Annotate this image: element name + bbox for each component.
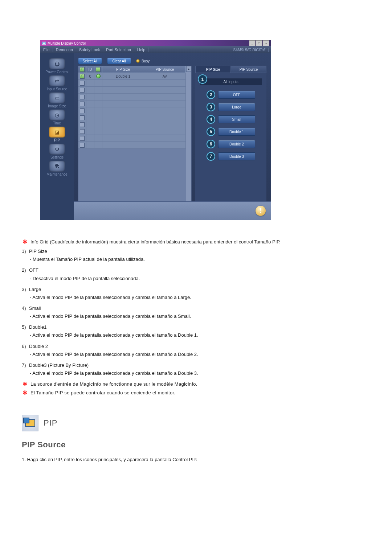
list-desc: - Activa el modo PIP de la pantalla sele… — [30, 313, 370, 320]
app-window: Multiple Display Control _ □ × File Remo… — [40, 40, 271, 220]
list-title: Large — [29, 287, 41, 292]
row-id: 0 — [86, 73, 94, 80]
option-double3[interactable]: Double 3 — [218, 152, 255, 160]
table-row[interactable] — [78, 100, 186, 107]
row-checkbox[interactable] — [80, 129, 85, 134]
sidebar-item-maintenance[interactable]: 🛠Maintenance — [42, 161, 72, 176]
sidebar-item-input-source[interactable]: ⇄Input Source — [42, 75, 72, 91]
option-large[interactable]: Large — [218, 103, 255, 111]
maintenance-icon: 🛠 — [49, 161, 65, 172]
option-small[interactable]: Small — [218, 115, 255, 123]
sidebar-item-image-size[interactable]: ▭Image Size — [42, 93, 72, 108]
select-all-button[interactable]: Select All — [78, 58, 102, 64]
row-checkbox[interactable] — [80, 122, 85, 127]
window-title: Multiple Display Control — [48, 41, 86, 45]
col-pip-size[interactable]: PIP Size — [102, 66, 144, 73]
row-checkbox[interactable] — [80, 108, 85, 113]
list-num: 3) — [22, 286, 29, 293]
clear-all-button[interactable]: Clear All — [107, 58, 131, 64]
sidebar-item-settings[interactable]: ⚙Settings — [42, 144, 72, 159]
list-title: Double 2 — [29, 344, 48, 349]
grid-scrollbar[interactable]: ▲ ▼ — [186, 66, 191, 215]
list-num: 1) — [22, 248, 29, 255]
row-checkbox[interactable] — [80, 95, 85, 99]
menu-bar: File Remocon Safety Lock Port Selection … — [40, 46, 271, 53]
row-checkbox[interactable] — [80, 102, 85, 106]
menu-file[interactable]: File — [40, 48, 53, 52]
busy-label: Busy — [142, 59, 150, 63]
table-row[interactable]: 0 Double 1 AV — [78, 73, 186, 80]
option-off[interactable]: OFF — [218, 91, 255, 99]
list-title: Double1 — [29, 324, 46, 330]
row-checkbox[interactable] — [80, 74, 85, 79]
scroll-track[interactable] — [186, 72, 191, 209]
panel-subtitle: All Inputs — [200, 78, 262, 85]
tab-pip-source[interactable]: PIP Source — [231, 66, 266, 73]
col-check[interactable] — [78, 66, 86, 73]
row-checkbox[interactable] — [80, 115, 85, 120]
callout-marker: 4 — [207, 115, 215, 124]
step-text: 1. Haga clic en PIP, entre los iconos pr… — [22, 456, 370, 463]
list-title: OFF — [29, 267, 38, 273]
info-grid: ID PIP Size PIP Source 0 Double 1 AV — [78, 66, 192, 216]
row-checkbox[interactable] — [80, 143, 85, 148]
sidebar-item-power-control[interactable]: ⏻Power Control — [42, 58, 72, 74]
menu-port-selection[interactable]: Port Selection — [103, 48, 134, 52]
row-checkbox[interactable] — [80, 136, 85, 141]
sidebar-item-label: Settings — [50, 155, 64, 159]
sidebar-item-label: Image Size — [48, 104, 66, 108]
menu-help[interactable]: Help — [134, 48, 149, 52]
row-checkbox[interactable] — [80, 81, 85, 86]
image-size-icon: ▭ — [49, 93, 65, 103]
table-row[interactable] — [78, 142, 186, 149]
table-row[interactable] — [78, 135, 186, 142]
list-desc: - Activa el modo PIP de la pantalla sele… — [30, 351, 370, 358]
table-row[interactable] — [78, 121, 186, 128]
sidebar-item-label: Time — [53, 121, 61, 125]
col-pip-source[interactable]: PIP Source — [144, 66, 186, 73]
maximize-button[interactable]: □ — [256, 40, 262, 46]
input-icon: ⇄ — [49, 75, 65, 86]
grid-header-row: ID PIP Size PIP Source — [78, 66, 186, 73]
list-num: 5) — [22, 324, 29, 331]
status-header-icon — [96, 67, 101, 72]
list-desc: - Activa el modo PIP de la pantalla sele… — [30, 332, 370, 339]
check-all-icon[interactable] — [80, 67, 85, 72]
table-row[interactable] — [78, 128, 186, 135]
sidebar-item-time[interactable]: ◷Time — [42, 110, 72, 125]
sidebar-item-pip[interactable]: ◪PIP — [42, 127, 72, 142]
note-text: El Tamaño PIP se puede controlar cuando … — [30, 389, 175, 397]
table-row[interactable] — [78, 94, 186, 100]
menu-remocon[interactable]: Remocon — [53, 48, 76, 52]
list-desc: - Activa el modo PIP de la pantalla sele… — [30, 370, 370, 377]
list-title: Double3 (Picture By Picture) — [29, 362, 89, 368]
scroll-up-button[interactable]: ▲ — [186, 66, 191, 72]
row-pip-size: Double 1 — [102, 73, 144, 80]
callout-marker: 3 — [207, 103, 215, 111]
tip-icon: ! — [256, 206, 266, 216]
table-row[interactable] — [78, 107, 186, 114]
option-double2[interactable]: Double 2 — [218, 140, 255, 148]
pip-heading-label: PIP — [44, 417, 57, 429]
brand-label: SAMSUNG DIGITall — [230, 48, 269, 52]
row-checkbox[interactable] — [80, 88, 85, 93]
menu-safety-lock[interactable]: Safety Lock — [76, 48, 103, 52]
sidebar: ⏻Power Control ⇄Input Source ▭Image Size… — [40, 53, 74, 220]
sidebar-item-label: Maintenance — [46, 172, 67, 176]
row-pip-source: AV — [144, 73, 186, 80]
col-status[interactable] — [94, 66, 102, 73]
table-row[interactable] — [78, 80, 186, 87]
row-status-led-icon — [96, 74, 101, 78]
close-button[interactable]: × — [263, 40, 269, 46]
callout-marker: 6 — [207, 140, 215, 148]
tab-pip-size[interactable]: PIP Size — [195, 66, 231, 73]
option-double1[interactable]: Double 1 — [218, 128, 255, 136]
doc-list: 1)PIP Size- Muestra el Tamaño PIP actual… — [22, 248, 370, 377]
busy-dot-icon — [136, 59, 140, 63]
table-row[interactable] — [78, 114, 186, 121]
col-id[interactable]: ID — [86, 66, 94, 73]
time-icon: ◷ — [49, 110, 65, 120]
minimize-button[interactable]: _ — [249, 40, 256, 46]
table-row[interactable] — [78, 87, 186, 94]
section-heading: PIP Source — [22, 439, 370, 451]
